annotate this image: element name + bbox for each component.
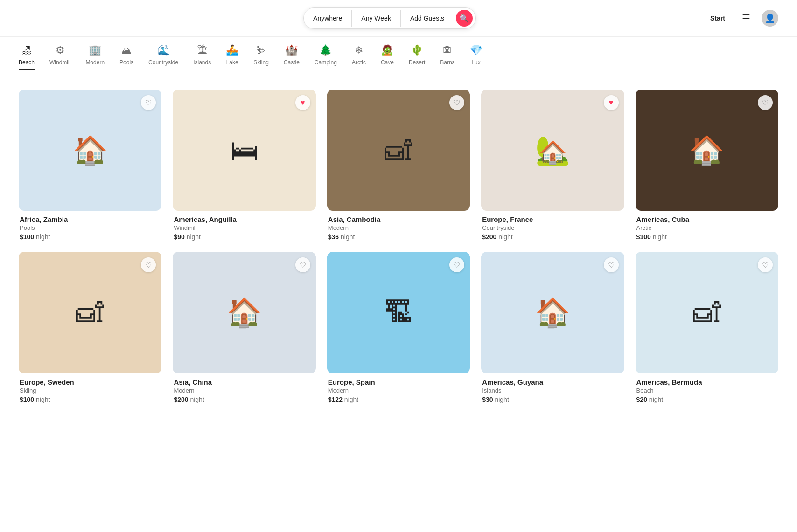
avatar[interactable]: 👤 — [762, 10, 778, 27]
category-icon-camping: 🌲 — [319, 44, 332, 56]
category-icon-skiing: ⛷ — [256, 44, 266, 56]
price-amount: $30 — [482, 396, 493, 403]
price-night: night — [36, 233, 50, 241]
price-amount: $20 — [636, 396, 647, 403]
category-label-arctic: Arctic — [352, 59, 366, 66]
listing-card[interactable]: 🛏 ♥ Americas, Anguilla Windmill $90 nigh… — [173, 90, 315, 241]
listing-title: Americas, Bermuda — [636, 378, 777, 386]
listing-card[interactable]: 🏡 ♥ Europe, France Countryside $200 nigh… — [481, 90, 624, 241]
heart-button[interactable]: ♥ — [295, 95, 310, 110]
category-item-lake[interactable]: 🚣 Lake — [226, 44, 238, 70]
category-icon-countryside: 🌊 — [157, 44, 170, 56]
listing-card[interactable]: 🏠 ♡ Americas, Cuba Arctic $100 night — [636, 90, 778, 241]
listing-card[interactable]: 🛋 ♡ Asia, Cambodia Modern $36 night — [327, 90, 470, 241]
category-item-pools[interactable]: ⛰ Pools — [119, 44, 133, 70]
search-guests[interactable]: Add Guests — [401, 10, 454, 27]
category-item-windmill[interactable]: ⚙ Windmill — [49, 44, 70, 70]
listing-card[interactable]: 🛋 ♡ Americas, Bermuda Beach $20 night — [636, 252, 778, 403]
listing-info: Americas, Anguilla Windmill $90 night — [173, 211, 315, 241]
price-amount: $200 — [482, 233, 496, 241]
category-item-desert[interactable]: 🌵 Desert — [409, 44, 425, 70]
category-label-skiing: Skiing — [253, 59, 269, 66]
search-anywhere[interactable]: Anywhere — [304, 10, 352, 27]
category-label-pools: Pools — [119, 59, 133, 66]
listing-card[interactable]: 🏠 ♡ Africa, Zambia Pools $100 night — [19, 90, 161, 241]
listing-image: 🏠 ♡ — [173, 252, 315, 373]
category-item-arctic[interactable]: ❄ Arctic — [352, 44, 366, 70]
price-night: night — [653, 233, 667, 241]
category-label-modern: Modern — [85, 59, 105, 66]
listing-card[interactable]: 🛋 ♡ Europe, Sweden Skiing $100 night — [19, 252, 161, 403]
search-week[interactable]: Any Week — [352, 10, 401, 27]
start-link[interactable]: Start — [705, 11, 731, 26]
header: Anywhere Any Week Add Guests 🔍 Start ☰ 👤 — [0, 0, 797, 37]
listing-category: Islands — [482, 387, 623, 394]
listing-card[interactable]: 🏠 ♡ Americas, Guyana Islands $30 night — [481, 252, 624, 403]
category-item-lux[interactable]: 💎 Lux — [470, 44, 482, 70]
listing-category: Modern — [328, 387, 469, 394]
price-amount: $90 — [174, 233, 184, 241]
listing-image: 🛋 ♡ — [327, 90, 470, 211]
price-amount: $100 — [20, 233, 34, 241]
price-night: night — [498, 233, 512, 241]
category-item-camping[interactable]: 🌲 Camping — [315, 44, 337, 70]
category-item-skiing[interactable]: ⛷ Skiing — [253, 44, 269, 70]
listing-image: 🏗 ♡ — [327, 252, 470, 373]
category-nav: 🏖 Beach ⚙ Windmill 🏢 Modern ⛰ Pools 🌊 Co… — [0, 37, 797, 78]
listing-photo: 🏠 — [19, 90, 161, 211]
avatar-icon: 👤 — [765, 13, 775, 23]
listing-photo: 🏠 — [636, 90, 778, 211]
listing-category: Beach — [636, 387, 777, 394]
listing-price: $90 night — [174, 233, 315, 241]
heart-button[interactable]: ♡ — [295, 257, 310, 272]
category-item-cave[interactable]: 🧟 Cave — [381, 44, 394, 70]
category-item-barns[interactable]: 🏚 Barns — [440, 44, 454, 70]
heart-button[interactable]: ♡ — [449, 95, 464, 110]
category-icon-lux: 💎 — [470, 44, 482, 56]
listings-grid: 🏠 ♡ Africa, Zambia Pools $100 night 🛏 ♥ … — [19, 90, 778, 403]
heart-button[interactable]: ♥ — [604, 95, 619, 110]
price-night: night — [341, 233, 355, 241]
listing-title: Americas, Cuba — [636, 215, 777, 223]
listing-photo: 🛋 — [19, 252, 161, 373]
listing-info: Americas, Bermuda Beach $20 night — [636, 373, 778, 403]
listing-image: 🏠 ♡ — [636, 90, 778, 211]
listing-photo: 🛋 — [636, 252, 778, 373]
category-icon-lake: 🚣 — [226, 44, 238, 56]
category-item-beach[interactable]: 🏖 Beach — [19, 44, 35, 70]
category-label-beach: Beach — [19, 59, 35, 66]
listing-title: Americas, Anguilla — [174, 215, 315, 223]
category-icon-beach: 🏖 — [21, 44, 32, 56]
category-item-castle[interactable]: 🏰 Castle — [284, 44, 300, 70]
category-label-lake: Lake — [226, 59, 238, 66]
heart-button[interactable]: ♡ — [758, 95, 773, 110]
listing-image: 🛋 ♡ — [19, 252, 161, 373]
listing-info: Europe, France Countryside $200 night — [481, 211, 624, 241]
listing-photo: 🛏 — [173, 90, 315, 211]
listing-info: Americas, Guyana Islands $30 night — [481, 373, 624, 403]
price-night: night — [187, 233, 201, 241]
search-button[interactable]: 🔍 — [456, 10, 473, 27]
listing-card[interactable]: 🏗 ♡ Europe, Spain Modern $122 night — [327, 252, 470, 403]
category-label-desert: Desert — [409, 59, 425, 66]
category-item-countryside[interactable]: 🌊 Countryside — [148, 44, 178, 70]
category-label-windmill: Windmill — [49, 59, 70, 66]
category-icon-islands: 🏝 — [197, 44, 207, 56]
listing-category: Modern — [328, 224, 469, 231]
category-label-lux: Lux — [471, 59, 480, 66]
category-icon-modern: 🏢 — [89, 44, 101, 56]
listing-image: 🏠 ♡ — [481, 252, 624, 373]
menu-icon[interactable]: ☰ — [738, 9, 754, 28]
listing-info: Europe, Spain Modern $122 night — [327, 373, 470, 403]
price-night: night — [344, 396, 358, 403]
category-icon-cave: 🧟 — [381, 44, 393, 56]
listing-card[interactable]: 🏠 ♡ Asia, China Modern $200 night — [173, 252, 315, 403]
category-item-islands[interactable]: 🏝 Islands — [193, 44, 211, 70]
price-night: night — [649, 396, 663, 403]
listing-price: $20 night — [636, 396, 777, 403]
category-label-barns: Barns — [440, 59, 454, 66]
heart-button[interactable]: ♡ — [604, 257, 619, 272]
listing-category: Skiing — [20, 387, 161, 394]
listing-title: Asia, Cambodia — [328, 215, 469, 223]
category-item-modern[interactable]: 🏢 Modern — [85, 44, 105, 70]
